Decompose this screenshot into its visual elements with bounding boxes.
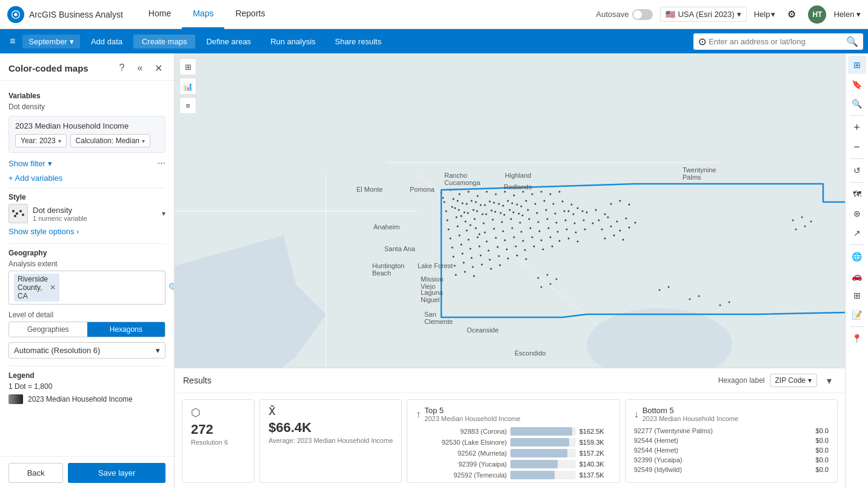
chart-row: 92562 (Murrieta) $157.2K bbox=[416, 449, 610, 457]
workspace-dropdown[interactable]: September ▾ bbox=[22, 35, 80, 49]
more-options-button[interactable]: ··· bbox=[158, 158, 165, 169]
share-results-button[interactable]: Share results bbox=[327, 35, 390, 49]
close-panel-icon[interactable]: ✕ bbox=[151, 61, 165, 75]
bottom-row-label: 92544 (Hemet) bbox=[634, 447, 678, 454]
autosave-toggle[interactable] bbox=[632, 9, 653, 20]
main-toolbar: ≡ September ▾ Add data Create maps Defin… bbox=[0, 29, 868, 53]
create-maps-button[interactable]: Create maps bbox=[133, 35, 195, 49]
variable-card: 2023 Median Household Income Year: 2023 … bbox=[8, 116, 165, 153]
resolution-dropdown[interactable]: Automatic (Resolution 6) ▾ bbox=[8, 342, 165, 359]
divider bbox=[8, 366, 165, 366]
add-data-button[interactable]: Add data bbox=[82, 35, 131, 49]
toggle-thumb bbox=[633, 10, 642, 19]
collapse-panel-icon[interactable]: « bbox=[133, 61, 147, 75]
year-selector[interactable]: Year: 2023 ▾ bbox=[15, 134, 67, 147]
zip-code-dropdown[interactable]: ZIP Code ▾ bbox=[770, 374, 817, 387]
zip-code-label: ZIP Code bbox=[775, 376, 806, 385]
help-icon[interactable]: ? bbox=[115, 61, 129, 75]
chart-bar-bg bbox=[510, 449, 575, 457]
bottom5-sub: 2023 Median Household Income bbox=[643, 415, 738, 422]
variable-controls: Year: 2023 ▾ Calculation: Median ▾ bbox=[15, 134, 159, 147]
chevron-down-icon: ▾ bbox=[156, 346, 160, 355]
map-area[interactable]: RanchoCucamonga Highland El Monte Pomona… bbox=[175, 53, 868, 489]
separator bbox=[850, 158, 864, 159]
define-areas-button[interactable]: Define areas bbox=[198, 35, 259, 49]
analysis-extent-label: Analysis extent bbox=[8, 260, 165, 268]
table-tool[interactable]: ≡ bbox=[179, 97, 196, 114]
notes-tool[interactable]: 📝 bbox=[848, 306, 866, 324]
location-search[interactable]: ⊙ 🔍 bbox=[693, 33, 863, 50]
search-input[interactable] bbox=[709, 37, 844, 46]
user-name[interactable]: Helen ▾ bbox=[833, 10, 861, 19]
grid-tool[interactable]: ⊞ bbox=[848, 286, 866, 305]
chart-row-label: 92592 (Temecula) bbox=[416, 471, 507, 479]
bookmarks-tool[interactable]: 🔖 bbox=[848, 75, 866, 93]
calculation-selector[interactable]: Calculation: Median ▾ bbox=[70, 134, 150, 147]
show-style-options-link[interactable]: Show style options › bbox=[8, 227, 165, 236]
add-variables-button[interactable]: + Add variables bbox=[8, 174, 165, 183]
nav-reports[interactable]: Reports bbox=[224, 0, 276, 29]
bottom-row-label: 92399 (Yucaipa) bbox=[634, 456, 683, 464]
layers-tool[interactable]: ⊛ bbox=[848, 204, 866, 223]
count-label: Resolution 6 bbox=[191, 439, 245, 446]
collapse-results-button[interactable]: ▾ bbox=[822, 373, 836, 388]
results-grid-tool[interactable]: ⊞ bbox=[179, 58, 196, 75]
list-item: 92544 (Hemet) $0.0 bbox=[634, 447, 829, 454]
nav-maps[interactable]: Maps bbox=[182, 0, 224, 29]
help-button[interactable]: Help ▾ bbox=[754, 10, 776, 19]
hamburger-icon: ≡ bbox=[10, 36, 15, 47]
chart-tool[interactable]: 📊 bbox=[179, 78, 196, 95]
hexagon-icon: ⬡ bbox=[191, 406, 245, 419]
basemap-tool[interactable]: 🗺 bbox=[848, 185, 866, 203]
panel-body: Variables Dot density 2023 Median Househ… bbox=[0, 81, 174, 456]
run-analysis-button[interactable]: Run analysis bbox=[262, 35, 324, 49]
top5-title: Top 5 bbox=[424, 406, 520, 415]
expand-style-button[interactable]: ▾ bbox=[162, 209, 165, 218]
show-filter-toggle[interactable]: Show filter ▾ bbox=[8, 159, 52, 168]
level-detail: Level of detail Geographies Hexagons bbox=[8, 311, 165, 337]
variables-section-label: Variables bbox=[8, 92, 165, 100]
bottom5-title: Bottom 5 bbox=[643, 406, 738, 415]
tab-hexagons[interactable]: Hexagons bbox=[87, 322, 165, 337]
tab-geographies[interactable]: Geographies bbox=[9, 322, 87, 337]
nav-links: Home Maps Reports bbox=[138, 0, 596, 29]
nav-home[interactable]: Home bbox=[138, 0, 182, 29]
resolution-select: Automatic (Resolution 6) ▾ bbox=[8, 342, 165, 359]
plus-tool[interactable]: + bbox=[848, 118, 866, 137]
menu-button[interactable]: ≡ bbox=[5, 33, 20, 49]
panel-header-icons: ? « ✕ bbox=[115, 61, 165, 75]
gear-icon: ⚙ bbox=[787, 8, 796, 20]
chart-bar-bg bbox=[510, 471, 575, 479]
extent-search-input[interactable] bbox=[63, 283, 165, 292]
globe-tool[interactable]: 🌐 bbox=[848, 248, 866, 266]
chart-row-label: 92883 (Corona) bbox=[416, 428, 507, 435]
search-icon[interactable]: 🔍 bbox=[169, 283, 174, 292]
style-info: Dot density 1 numeric variable bbox=[8, 204, 87, 223]
minus-tool[interactable]: − bbox=[848, 138, 866, 156]
map-left-tools: ⊞ 📊 ≡ bbox=[179, 58, 196, 114]
save-layer-button[interactable]: Save layer bbox=[68, 463, 165, 483]
export-tool[interactable]: ↗ bbox=[848, 224, 866, 242]
country-selector[interactable]: 🇺🇸 USA (Esri 2023) ▾ bbox=[660, 7, 746, 22]
car-tool[interactable]: 🚗 bbox=[848, 267, 866, 285]
filter-row: Show filter ▾ ··· bbox=[8, 158, 165, 169]
remove-extent-icon[interactable]: ✕ bbox=[50, 283, 56, 292]
zoom-in-tool[interactable]: 🔍 bbox=[848, 95, 866, 113]
top5-arrow-icon: ↑ bbox=[416, 409, 421, 420]
bottom5-list: 92277 (Twentynine Palms) $0.0 92544 (Hem… bbox=[634, 427, 829, 473]
bottom-row-val: $0.0 bbox=[816, 466, 829, 473]
back-button[interactable]: Back bbox=[8, 463, 63, 483]
map-layers-tool[interactable]: ⊞ bbox=[848, 56, 866, 74]
count-value: 272 bbox=[191, 422, 245, 437]
help-label: Help bbox=[754, 10, 770, 19]
chart-bar-bg bbox=[510, 438, 575, 447]
avg-label: Average: 2023 Median Household Income bbox=[269, 437, 393, 444]
pin-tool[interactable]: 📍 bbox=[848, 329, 866, 348]
settings-button[interactable]: ⚙ bbox=[783, 5, 801, 24]
count-card: ⬡ 272 Resolution 6 bbox=[182, 399, 255, 483]
undo-tool[interactable]: ↺ bbox=[848, 161, 866, 180]
top5-card: ↑ Top 5 2023 Median Household Income 928… bbox=[407, 399, 619, 483]
list-item: 92277 (Twentynine Palms) $0.0 bbox=[634, 427, 829, 434]
filter-label: Show filter bbox=[8, 159, 45, 168]
search-filter-icon[interactable]: ⊙ bbox=[698, 36, 706, 47]
